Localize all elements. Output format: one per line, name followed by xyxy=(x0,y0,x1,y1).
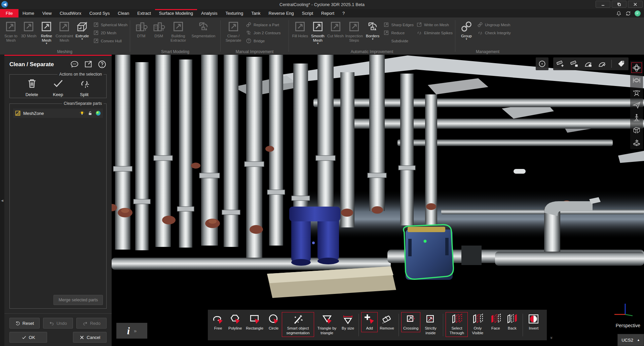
add-selection-button[interactable]: Add xyxy=(361,312,378,332)
tab-clean[interactable]: Clean xyxy=(114,9,133,17)
subdivide-button[interactable]: Subdivide xyxy=(383,38,414,44)
smooth-mesh-button[interactable]: Smooth Mesh▾ xyxy=(309,19,327,44)
eliminate-spikes-button[interactable]: Eliminate Spikes xyxy=(416,30,453,36)
extrude-button[interactable]: Extrude▾ xyxy=(73,19,91,40)
3d-mesh-button[interactable]: 3D Mesh xyxy=(20,19,38,38)
label-tag-icon[interactable] xyxy=(617,59,626,68)
tab-texturing[interactable]: Texturing xyxy=(221,9,247,17)
inspection-steps-button[interactable]: Inspection Steps xyxy=(344,19,364,43)
scan-to-mesh-button[interactable]: Scan to Mesh xyxy=(2,19,20,43)
remove-selection-button[interactable]: Remove xyxy=(378,312,396,332)
segmentation-button[interactable]: Segmentation xyxy=(189,19,218,38)
dsm-button[interactable]: DSM xyxy=(150,19,167,38)
triangle-by-triangle-button[interactable]: Triangle by triangle xyxy=(314,312,340,337)
select-polyline-button[interactable]: Polyline xyxy=(226,312,244,332)
fly-mode-button[interactable] xyxy=(631,100,642,110)
ok-button[interactable]: OK xyxy=(9,332,47,343)
close-button[interactable] xyxy=(628,1,643,8)
minimize-button[interactable] xyxy=(596,1,610,8)
refine-mesh-button[interactable]: Refine Mesh▾ xyxy=(38,19,55,44)
constrained-orbit-button[interactable] xyxy=(631,75,642,85)
tab-tank[interactable]: Tank xyxy=(247,9,264,17)
add-measure-icon[interactable] xyxy=(556,59,565,68)
strictly-inside-button[interactable]: Strictly inside xyxy=(420,312,441,337)
by-size-button[interactable]: By size xyxy=(340,312,356,332)
join-2-contours-button[interactable]: Join 2 Contours xyxy=(246,30,281,36)
write-on-mesh-button[interactable]: Write on Mesh xyxy=(416,22,453,28)
angle-surface-icon[interactable] xyxy=(598,59,606,68)
visibility-bulb-icon[interactable] xyxy=(79,111,85,116)
tab-reverse-eng[interactable]: Reverse Eng xyxy=(265,9,298,17)
tab-home[interactable]: Home xyxy=(18,9,38,17)
3d-viewport[interactable]: i » Free Polyline Rectangle Circle Smart… xyxy=(112,55,644,346)
tab-coord-sys[interactable]: Coord Sys xyxy=(85,9,114,17)
clean-separate-button[interactable]: Clean / Separate xyxy=(223,19,244,43)
restore-button[interactable] xyxy=(612,1,627,8)
group-button[interactable]: Group▾ xyxy=(458,19,475,40)
tab-help[interactable]: ? xyxy=(338,9,349,17)
help-icon[interactable] xyxy=(98,60,107,69)
list-item-meshzone[interactable]: MeshZone xyxy=(13,109,103,118)
tab-surface-modeling[interactable]: Surface Modeling xyxy=(155,9,197,17)
panel-collapse-strip[interactable]: ◀ xyxy=(0,55,4,346)
color-sphere-icon[interactable] xyxy=(96,111,101,116)
back-button[interactable]: Back xyxy=(504,312,520,332)
account-status-icon[interactable]: ✓ xyxy=(635,10,641,16)
select-free-button[interactable]: Free xyxy=(210,312,226,332)
constraint-mesh-button[interactable]: Constraint Mesh xyxy=(55,19,73,43)
face-button[interactable]: Face xyxy=(487,312,504,332)
cut-mesh-button[interactable]: Cut Mesh xyxy=(327,19,344,38)
convex-hull-button[interactable]: Convex Hull xyxy=(93,38,127,44)
fill-holes-button[interactable]: Fill Holes xyxy=(291,19,309,38)
tab-report[interactable]: Report xyxy=(317,9,338,17)
select-rectangle-button[interactable]: Rectangle xyxy=(244,312,265,332)
view-cube-button[interactable] xyxy=(631,125,642,135)
orbit-mode-button[interactable] xyxy=(631,62,642,73)
2d-mesh-button[interactable]: 2D Mesh xyxy=(93,30,127,36)
dtm-button[interactable]: DTM xyxy=(132,19,150,38)
bridge-button[interactable]: Bridge xyxy=(246,38,281,44)
check-integrity-button[interactable]: Check Integrity xyxy=(477,30,511,36)
smart-object-segmentation-button[interactable]: Smart object segmentation xyxy=(282,312,314,337)
tab-analysis[interactable]: Analysis xyxy=(197,9,221,17)
select-through-button[interactable]: Select Through xyxy=(446,312,468,337)
tab-script[interactable]: Script xyxy=(298,9,317,17)
select-circle-button[interactable]: Circle xyxy=(265,312,282,332)
sharp-edges-button[interactable]: Sharp Edges xyxy=(383,22,414,28)
walk-mode-button[interactable] xyxy=(631,112,642,123)
angle-object-icon[interactable] xyxy=(584,59,593,68)
cancel-button[interactable]: Cancel xyxy=(73,332,107,343)
tab-cloudworx[interactable]: CloudWorx xyxy=(56,9,85,17)
reset-button[interactable]: Reset xyxy=(9,318,40,329)
crossing-mode-button[interactable]: Crossing xyxy=(401,312,420,332)
reduce-button[interactable]: Reduce xyxy=(383,30,414,36)
redo-button[interactable]: Redo xyxy=(76,318,107,329)
export-icon[interactable] xyxy=(84,60,93,69)
borders-button[interactable]: Borders▾ xyxy=(364,19,382,40)
more-chevrons-icon[interactable]: » xyxy=(134,328,137,334)
ucs-selector-button[interactable]: UCS2 ▲ xyxy=(617,334,644,346)
only-visible-button[interactable]: Only Visible xyxy=(468,312,487,337)
turntable-button[interactable] xyxy=(631,137,642,147)
undo-button[interactable]: Undo xyxy=(43,318,73,329)
tab-file[interactable]: File xyxy=(0,9,18,17)
comment-icon[interactable] xyxy=(70,60,79,69)
delete-button[interactable]: Delete xyxy=(22,77,42,97)
tab-extract[interactable]: Extract xyxy=(133,9,155,17)
ungroup-mesh-button[interactable]: Ungroup Mesh xyxy=(477,22,511,28)
keep-button[interactable]: Keep xyxy=(48,77,69,97)
spherical-mesh-button[interactable]: Spherical Mesh xyxy=(93,22,127,28)
toolbar-expand-icon[interactable]: » xyxy=(549,337,554,339)
focus-icon[interactable] xyxy=(538,59,546,68)
notifications-bell-icon[interactable] xyxy=(616,10,622,16)
replace-a-part-button[interactable]: Replace a Part xyxy=(246,22,281,28)
measure-object-icon[interactable] xyxy=(570,59,579,68)
split-button[interactable]: Split xyxy=(74,77,95,97)
merge-selected-parts-button[interactable]: Merge selected parts xyxy=(53,295,103,305)
tab-view[interactable]: View xyxy=(38,9,56,17)
lock-icon[interactable] xyxy=(87,111,93,116)
sync-icon[interactable] xyxy=(625,10,631,16)
info-box[interactable]: i » xyxy=(116,323,147,339)
invert-selection-button[interactable]: Invert xyxy=(525,312,542,332)
building-extractor-button[interactable]: Building Extractor xyxy=(167,19,189,43)
